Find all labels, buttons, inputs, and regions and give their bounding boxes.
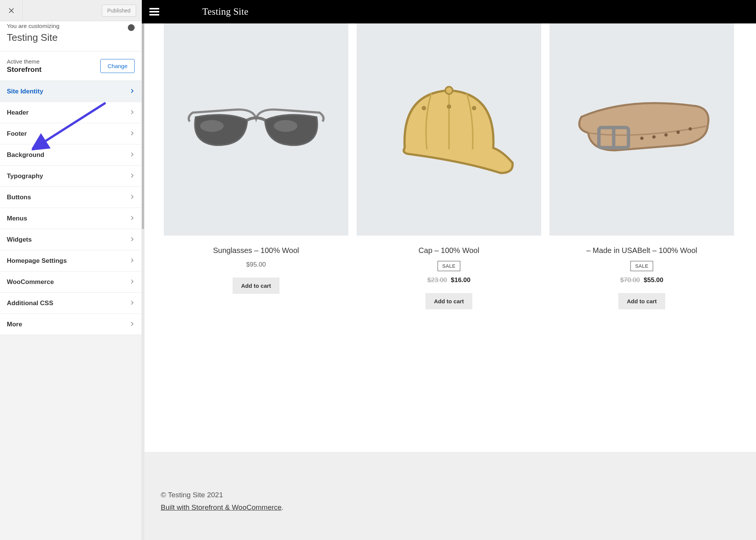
product-card[interactable]: Cap – 100% WoolSALE$23.00$16.00Add to ca… xyxy=(357,23,541,309)
panel-item-label: Header xyxy=(7,109,29,116)
svg-point-4 xyxy=(422,106,426,110)
price-row: $70.00$55.00 xyxy=(620,276,663,284)
help-icon[interactable] xyxy=(128,24,135,31)
price-row: $23.00$16.00 xyxy=(427,276,470,284)
chevron-right-icon xyxy=(130,257,135,265)
panel-item-label: Additional CSS xyxy=(7,299,53,307)
svg-point-1 xyxy=(200,120,224,132)
svg-point-3 xyxy=(445,87,453,94)
active-theme-name: Storefront xyxy=(7,65,42,74)
chevron-right-icon xyxy=(130,130,135,138)
chevron-right-icon xyxy=(130,109,135,116)
svg-point-10 xyxy=(652,135,655,139)
panel-item-typography[interactable]: Typography xyxy=(0,166,141,187)
active-theme-block: Active theme Storefront Change xyxy=(0,51,141,81)
panel-item-woocommerce[interactable]: WooCommerce xyxy=(0,272,141,293)
preview-footer: © Testing Site 2021 Built with Storefron… xyxy=(142,452,756,540)
chevron-right-icon xyxy=(130,88,135,95)
footer-built-with-link[interactable]: Built with Storefront & WooCommerce xyxy=(161,503,282,511)
preview-pane: Testing Site Sunglasses – 100% Wool$95.0… xyxy=(142,0,756,540)
product-card[interactable]: Sunglasses – 100% Wool$95.00Add to cart xyxy=(164,23,348,294)
hamburger-icon xyxy=(149,8,159,9)
panel-item-label: More xyxy=(7,321,22,328)
chevron-right-icon xyxy=(130,151,135,159)
svg-point-9 xyxy=(640,137,644,140)
panel-item-site-identity[interactable]: Site Identity xyxy=(0,81,141,102)
panel-item-label: Site Identity xyxy=(7,88,43,95)
product-title: Cap – 100% Wool xyxy=(419,245,480,256)
panel-item-label: WooCommerce xyxy=(7,278,54,286)
svg-point-5 xyxy=(472,106,477,110)
close-icon xyxy=(8,7,15,14)
panel-item-label: Typography xyxy=(7,172,43,180)
cap-image xyxy=(357,23,541,236)
panel-item-buttons[interactable]: Buttons xyxy=(0,187,141,208)
svg-point-11 xyxy=(664,133,668,137)
panel-item-label: Buttons xyxy=(7,194,31,201)
footer-copyright: © Testing Site 2021 xyxy=(161,489,737,501)
panel-item-label: Footer xyxy=(7,130,27,138)
sale-badge: SALE xyxy=(630,261,653,271)
sale-badge: SALE xyxy=(438,261,460,271)
product-title: Sunglasses – 100% Wool xyxy=(213,245,299,256)
add-to-cart-button[interactable]: Add to cart xyxy=(618,293,665,309)
customizer-topbar: Published xyxy=(0,0,141,21)
chevron-right-icon xyxy=(130,321,135,328)
add-to-cart-button[interactable]: Add to cart xyxy=(233,278,279,294)
customizer-panel-list: Site IdentityHeaderFooterBackgroundTypog… xyxy=(0,81,141,335)
panel-item-footer[interactable]: Footer xyxy=(0,123,141,144)
panel-item-menus[interactable]: Menus xyxy=(0,208,141,229)
belt-image xyxy=(550,23,734,236)
panel-item-widgets[interactable]: Widgets xyxy=(0,229,141,250)
panel-item-label: Background xyxy=(7,151,44,159)
chevron-right-icon xyxy=(130,172,135,180)
panel-item-label: Widgets xyxy=(7,236,32,244)
preview-header: Testing Site xyxy=(142,0,756,23)
close-customizer-button[interactable] xyxy=(0,0,23,21)
price: $16.00 xyxy=(451,276,470,284)
sunglasses-image xyxy=(164,23,348,236)
price-old: $70.00 xyxy=(620,276,640,284)
hamburger-menu-button[interactable] xyxy=(149,6,159,17)
publish-status-button[interactable]: Published xyxy=(102,5,137,17)
panel-item-label: Homepage Settings xyxy=(7,257,67,265)
svg-point-13 xyxy=(688,127,692,130)
chevron-right-icon xyxy=(130,278,135,286)
customizer-context: You are customizing Testing Site xyxy=(0,21,141,51)
price-old: $23.00 xyxy=(427,276,447,284)
preview-site-title: Testing Site xyxy=(202,6,756,17)
panel-item-additional-css[interactable]: Additional CSS xyxy=(0,293,141,314)
panel-item-header[interactable]: Header xyxy=(0,102,141,123)
panel-item-homepage-settings[interactable]: Homepage Settings xyxy=(0,250,141,272)
price: $95.00 xyxy=(246,261,266,268)
panel-item-label: Menus xyxy=(7,215,27,222)
active-theme-label: Active theme xyxy=(7,58,42,65)
chevron-right-icon xyxy=(130,299,135,307)
you-are-customizing-label: You are customizing xyxy=(7,23,135,29)
change-theme-button[interactable]: Change xyxy=(100,59,135,73)
add-to-cart-button[interactable]: Add to cart xyxy=(425,293,472,309)
price-row: $95.00 xyxy=(246,261,266,268)
panel-item-more[interactable]: More xyxy=(0,314,141,335)
footer-period: . xyxy=(282,503,284,511)
product-card[interactable]: – Made in USABelt – 100% WoolSALE$70.00$… xyxy=(550,23,734,309)
customizer-site-name: Testing Site xyxy=(7,32,135,43)
product-grid: Sunglasses – 100% Wool$95.00Add to cart … xyxy=(142,23,756,452)
price: $55.00 xyxy=(644,276,663,284)
customizer-panel: Published You are customizing Testing Si… xyxy=(0,0,142,540)
chevron-right-icon xyxy=(130,194,135,201)
chevron-right-icon xyxy=(130,236,135,244)
svg-point-6 xyxy=(447,104,451,109)
svg-point-12 xyxy=(676,130,680,134)
customizer-scrollbar[interactable] xyxy=(141,0,144,540)
chevron-right-icon xyxy=(130,215,135,222)
product-title: – Made in USABelt – 100% Wool xyxy=(586,245,697,256)
svg-point-2 xyxy=(274,120,297,132)
panel-item-background[interactable]: Background xyxy=(0,144,141,166)
